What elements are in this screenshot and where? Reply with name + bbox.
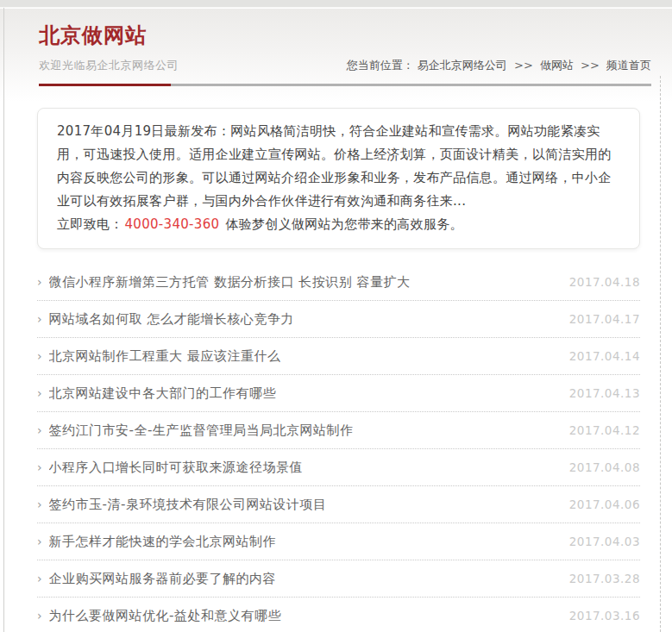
article-link[interactable]: 签约江门市安-全-生产监督管理局当局北京网站制作 — [49, 422, 354, 439]
article-date: 2017.04.13 — [569, 386, 640, 400]
call-to-action-suffix: 体验梦创义做网站为您带来的高效服务。 — [225, 216, 462, 232]
chevron-right-icon: › — [37, 461, 42, 473]
page: 北京做网站 欢迎光临易企北京网络公司 您当前位置： 易企北京网络公司 >> 做网… — [0, 0, 672, 632]
chevron-right-icon: › — [37, 498, 42, 510]
article-date: 2017.03.28 — [569, 572, 640, 585]
content-left-border — [3, 8, 4, 632]
article-link[interactable]: 微信小程序新增第三方托管 数据分析接口 长按识别 容量扩大 — [49, 274, 411, 291]
content-area: 北京做网站 欢迎光临易企北京网络公司 您当前位置： 易企北京网络公司 >> 做网… — [0, 0, 672, 632]
chevron-right-icon: › — [37, 573, 42, 585]
call-to-action-prefix: 立即致电： — [57, 216, 123, 232]
title-underline-red-segment — [39, 84, 171, 86]
list-item[interactable]: ›小程序入口增长同时可获取来源途径场景值 2017.04.08 — [37, 449, 640, 486]
breadcrumb-separator: >> — [511, 59, 537, 72]
list-item[interactable]: ›网站域名如何取 怎么才能增长核心竞争力 2017.04.17 — [37, 301, 640, 338]
breadcrumb: 您当前位置： 易企北京网络公司 >> 做网站 >> 频道首页 — [347, 58, 651, 73]
article-link[interactable]: 新手怎样才能快速的学会北京网站制作 — [49, 534, 277, 550]
article-link[interactable]: 小程序入口增长同时可获取来源途径场景值 — [49, 460, 304, 476]
breadcrumb-link-channel[interactable]: 做网站 — [540, 59, 574, 72]
article-link[interactable]: 为什么要做网站优化-益处和意义有哪些 — [49, 608, 281, 624]
chevron-right-icon: › — [37, 313, 42, 325]
list-item[interactable]: ›北京网站建设中各大部门的工作有哪些 2017.04.13 — [37, 375, 640, 412]
phone-number: 4000-340-360 — [123, 216, 222, 232]
article-date: 2017.03.16 — [569, 609, 640, 623]
article-link[interactable]: 网站域名如何取 怎么才能增长核心竞争力 — [49, 311, 294, 328]
article-date: 2017.04.18 — [569, 275, 640, 289]
list-item[interactable]: ›微信小程序新增第三方托管 数据分析接口 长按识别 容量扩大 2017.04.1… — [37, 264, 640, 301]
article-date: 2017.04.12 — [569, 423, 640, 437]
chevron-right-icon: › — [37, 424, 42, 436]
article-link[interactable]: 签约市玉-清-泉环境技术有限公司网站设计项目 — [49, 497, 327, 513]
breadcrumb-link-site[interactable]: 易企北京网络公司 — [418, 59, 507, 72]
article-link[interactable]: 企业购买网站服务器前必要了解的内容 — [49, 571, 277, 587]
article-date: 2017.04.17 — [569, 312, 640, 326]
announcement-box: 2017年04月19日最新发布：网站风格简洁明快，符合企业建站和宣传需求。网站功… — [37, 108, 640, 249]
article-link[interactable]: 北京网站建设中各大部门的工作有哪些 — [49, 385, 277, 402]
announcement-text: 2017年04月19日最新发布：网站风格简洁明快，符合企业建站和宣传需求。网站功… — [57, 123, 612, 209]
page-title: 北京做网站 — [39, 22, 651, 48]
chevron-right-icon: › — [37, 610, 42, 622]
list-item[interactable]: ›企业购买网站服务器前必要了解的内容 2017.03.28 — [37, 560, 640, 598]
breadcrumb-link-current[interactable]: 频道首页 — [606, 59, 651, 72]
article-date: 2017.04.03 — [569, 535, 640, 548]
list-item[interactable]: ›为什么要做网站优化-益处和意义有哪些 2017.03.16 — [37, 598, 640, 632]
breadcrumb-label: 您当前位置： — [347, 59, 414, 72]
list-item[interactable]: ›签约江门市安-全-生产监督管理局当局北京网站制作 2017.04.12 — [37, 412, 640, 449]
title-underline-gray-segment — [171, 84, 651, 86]
welcome-text: 欢迎光临易企北京网络公司 — [39, 58, 179, 73]
breadcrumb-separator: >> — [577, 59, 603, 72]
header-sub-row: 欢迎光临易企北京网络公司 您当前位置： 易企北京网络公司 >> 做网站 >> 频… — [39, 58, 651, 73]
chevron-right-icon: › — [37, 276, 42, 288]
article-date: 2017.04.06 — [569, 497, 640, 511]
article-link[interactable]: 北京网站制作工程重大 最应该注重什么 — [49, 348, 281, 365]
list-item[interactable]: ›签约市玉-清-泉环境技术有限公司网站设计项目 2017.04.06 — [37, 486, 640, 523]
title-underline — [39, 84, 651, 86]
list-item[interactable]: ›北京网站制作工程重大 最应该注重什么 2017.04.14 — [37, 338, 640, 375]
content-right-dashed-border — [660, 76, 661, 632]
chevron-right-icon: › — [37, 535, 42, 548]
chevron-right-icon: › — [37, 350, 42, 362]
article-date: 2017.04.08 — [569, 460, 640, 474]
article-date: 2017.04.14 — [569, 349, 640, 363]
news-list: ›微信小程序新增第三方托管 数据分析接口 长按识别 容量扩大 2017.04.1… — [37, 264, 640, 632]
chevron-right-icon: › — [37, 387, 42, 399]
list-item[interactable]: ›新手怎样才能快速的学会北京网站制作 2017.04.03 — [37, 523, 640, 560]
page-header: 北京做网站 欢迎光临易企北京网络公司 您当前位置： 易企北京网络公司 >> 做网… — [39, 0, 651, 86]
